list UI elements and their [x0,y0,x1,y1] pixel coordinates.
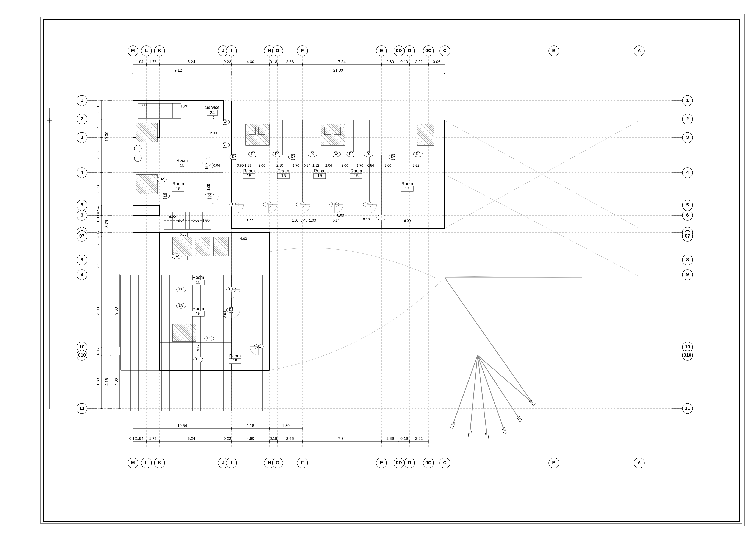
svg-text:15: 15 [354,173,359,178]
svg-text:21.00: 21.00 [333,68,343,73]
svg-text:4.60: 4.60 [247,60,254,64]
curved-path [269,248,435,278]
svg-text:4.06: 4.06 [114,378,119,386]
svg-text:3.79: 3.79 [104,220,109,228]
svg-text:2.89: 2.89 [387,437,394,441]
svg-text:7.34: 7.34 [338,437,346,441]
svg-text:C: C [443,460,446,465]
svg-text:Room: Room [243,168,255,173]
svg-text:D8: D8 [232,155,237,159]
svg-text:1.05: 1.05 [207,184,210,191]
dimensions-top: 1.941.765.240.224.600.182.667.342.890.19… [133,60,445,75]
svg-text:2.66: 2.66 [286,60,294,64]
dimensions-bottom: 0.121.941.765.240.224.600.182.667.342.89… [129,423,428,443]
svg-text:5.02: 5.02 [247,219,253,223]
svg-text:M: M [131,460,135,465]
svg-text:D: D [408,48,411,53]
svg-text:Room: Room [173,181,184,186]
svg-text:010: 010 [684,352,691,358]
svg-rect-358 [173,237,192,256]
svg-text:1.12: 1.12 [312,164,319,167]
svg-text:1.76: 1.76 [149,60,157,64]
svg-text:11: 11 [79,405,85,411]
svg-text:5: 5 [81,202,83,208]
svg-text:5.35: 5.35 [193,218,199,222]
svg-text:D8: D8 [163,194,167,197]
svg-text:D2: D2 [275,152,280,156]
svg-text:10.54: 10.54 [177,423,187,428]
svg-text:F: F [301,460,304,465]
svg-text:6.00: 6.00 [240,237,247,241]
svg-text:D8: D8 [179,304,183,307]
svg-text:2.06: 2.06 [258,164,265,167]
svg-text:D1: D1 [229,308,233,312]
svg-text:J: J [222,48,225,53]
svg-text:1.30: 1.30 [282,423,290,428]
svg-text:D2: D2 [159,177,164,181]
svg-text:D: D [408,460,411,465]
roof-awning-lines [445,120,639,278]
svg-text:2.00: 2.00 [210,131,217,135]
svg-text:15: 15 [196,280,201,285]
svg-text:D1: D1 [379,215,384,219]
svg-text:H: H [268,48,271,53]
svg-text:Room: Room [192,275,204,280]
svg-text:2.10: 2.10 [276,164,283,167]
svg-text:0C: 0C [425,460,431,465]
svg-text:Room: Room [176,158,188,163]
stairs: UP [138,103,211,229]
svg-text:16: 16 [405,186,410,191]
svg-text:0.19: 0.19 [400,60,408,64]
svg-text:Room: Room [401,181,413,186]
outer-border [40,17,742,524]
svg-point-362 [134,145,141,152]
svg-text:1.76: 1.76 [149,437,157,441]
svg-text:0.22: 0.22 [224,60,231,64]
svg-text:6: 6 [686,212,689,218]
svg-text:B: B [552,460,555,465]
svg-text:4.18: 4.18 [205,165,208,172]
svg-text:3: 3 [81,135,83,140]
grid-bubbles-right: 123456707891001011 [672,95,693,414]
svg-text:3.04: 3.04 [223,311,227,318]
svg-text:3.03: 3.03 [96,185,100,193]
svg-text:0.54: 0.54 [367,164,374,167]
svg-text:H: H [268,460,271,465]
grid-lines [80,56,689,448]
svg-text:6: 6 [81,212,83,218]
svg-text:1.72: 1.72 [211,115,215,122]
svg-text:4: 4 [81,170,83,175]
service-num: 24 [210,110,215,115]
svg-text:Room: Room [192,306,204,311]
svg-text:D8: D8 [291,155,295,159]
svg-text:2.89: 2.89 [387,60,394,64]
svg-text:D2: D2 [334,152,338,156]
svg-text:1.70: 1.70 [357,164,363,167]
svg-text:J: J [222,460,225,465]
svg-text:5.24: 5.24 [187,60,195,64]
svg-text:15: 15 [247,173,251,178]
svg-text:6.00: 6.00 [404,219,411,223]
svg-text:1: 1 [686,97,689,103]
svg-text:K: K [158,48,161,53]
svg-text:D2: D2 [207,336,211,340]
svg-text:F: F [301,48,304,53]
svg-rect-360 [213,237,229,256]
svg-text:4.16: 4.16 [104,378,109,386]
svg-text:8: 8 [686,257,689,262]
svg-rect-359 [195,237,210,256]
svg-text:0.45: 0.45 [300,218,307,222]
svg-point-363 [134,155,141,162]
svg-text:0.18: 0.18 [270,60,277,64]
svg-text:A: A [637,460,641,465]
floor-plan-drawing: MLKJIHGFE0DD0CCBA MLKJIHGFE0DD0CCBA 1234… [0,0,756,534]
svg-text:I: I [231,460,232,465]
svg-text:8.00: 8.00 [96,307,100,315]
svg-text:0D: 0D [396,48,402,53]
svg-text:0.17: 0.17 [96,230,100,238]
svg-text:K: K [158,460,161,465]
svg-text:15: 15 [180,163,184,168]
svg-text:0.18: 0.18 [270,437,277,441]
grid-bubbles-left: 123456707891001011 [77,95,97,414]
svg-text:1: 1 [81,97,83,103]
